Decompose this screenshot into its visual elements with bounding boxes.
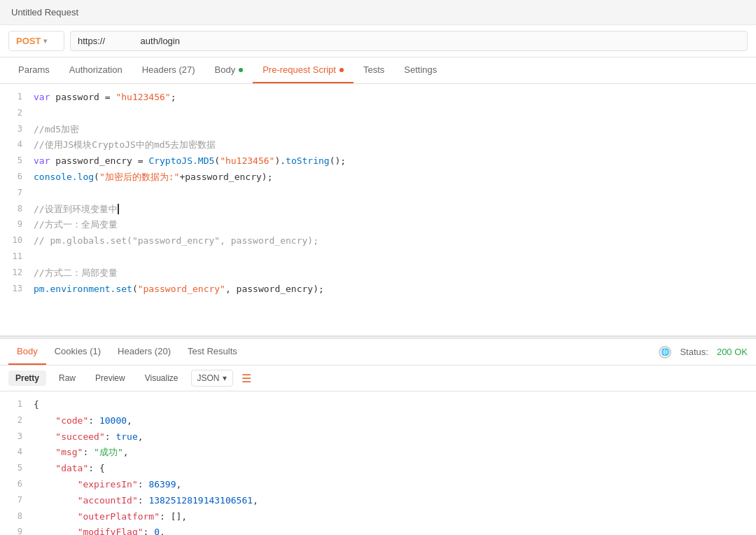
tab-tests-label: Tests bbox=[363, 64, 384, 75]
response-section: Body Cookies (1) Headers (20) Test Resul… bbox=[0, 339, 756, 535]
code-line-4: 4 //使用JS模块CryptoJS中的md5去加密数据 bbox=[0, 137, 756, 153]
json-line-num-2: 2 bbox=[0, 414, 34, 427]
json-line-1: 1 { bbox=[0, 397, 756, 413]
json-line-num-8: 8 bbox=[0, 510, 34, 523]
line-content-12: //方式二：局部变量 bbox=[34, 266, 756, 281]
tab-pre-request-script[interactable]: Pre-request Script bbox=[253, 57, 354, 83]
line-content-9: //方式一：全局变量 bbox=[34, 218, 756, 232]
url-input[interactable] bbox=[70, 31, 748, 51]
line-content-2 bbox=[34, 106, 756, 121]
json-line-5: 5 "data": { bbox=[0, 461, 756, 477]
line-content-5: var password_encry = CryptoJS.MD5("hu123… bbox=[34, 154, 756, 169]
line-content-6: console.log("加密后的数据为:"+password_encry); bbox=[34, 170, 756, 185]
tab-headers-label: Headers (27) bbox=[142, 64, 195, 75]
code-line-1: 1 var password = "hu123456"; bbox=[0, 90, 756, 106]
code-line-8: 8 //设置到环境变量中 bbox=[0, 202, 756, 218]
response-tab-body-label: Body bbox=[17, 346, 38, 356]
code-line-5: 5 var password_encry = CryptoJS.MD5("hu1… bbox=[0, 153, 756, 169]
code-line-9: 9 //方式一：全局变量 bbox=[0, 217, 756, 233]
json-line-content-3: "succeed": true, bbox=[34, 430, 756, 445]
line-content-11 bbox=[34, 250, 756, 265]
format-btn-raw[interactable]: Raw bbox=[52, 370, 83, 386]
format-btn-preview[interactable]: Preview bbox=[88, 370, 132, 386]
pre-request-code-panel[interactable]: 1 var password = "hu123456"; 2 3 //md5加密… bbox=[0, 84, 756, 336]
json-line-6: 6 "expiresIn": 86399, bbox=[0, 477, 756, 493]
tab-params[interactable]: Params bbox=[8, 57, 59, 83]
line-number-1: 1 bbox=[0, 90, 34, 104]
json-line-num-4: 4 bbox=[0, 445, 34, 459]
format-btn-visualize[interactable]: Visualize bbox=[138, 370, 186, 386]
response-tab-headers[interactable]: Headers (20) bbox=[109, 339, 179, 365]
code-line-10: 10 // pm.globals.set("password_encry", p… bbox=[0, 233, 756, 249]
tab-tests[interactable]: Tests bbox=[354, 57, 394, 83]
json-line-num-9: 9 bbox=[0, 525, 34, 535]
pre-request-dot-icon bbox=[340, 68, 344, 72]
json-format-label: JSON bbox=[197, 373, 220, 383]
status-label: Status: bbox=[680, 347, 708, 357]
json-line-num-1: 1 bbox=[0, 398, 34, 411]
response-json-panel[interactable]: 1 { 2 "code": 10000, 3 "succeed": true, … bbox=[0, 391, 756, 535]
json-line-content-7: "accountId": 1382512819143106561, bbox=[34, 494, 756, 508]
tab-authorization[interactable]: Authorization bbox=[59, 57, 132, 83]
json-line-2: 2 "code": 10000, bbox=[0, 413, 756, 429]
code-line-11: 11 bbox=[0, 249, 756, 265]
line-number-6: 6 bbox=[0, 170, 34, 183]
format-bar: Pretty Raw Preview Visualize JSON ▾ ☰ bbox=[0, 366, 756, 391]
json-line-content-4: "msg": "成功", bbox=[34, 445, 756, 460]
line-content-7 bbox=[34, 186, 756, 201]
line-content-8: //设置到环境变量中 bbox=[34, 202, 756, 217]
line-number-12: 12 bbox=[0, 266, 34, 279]
json-line-num-6: 6 bbox=[0, 478, 34, 491]
method-label: POST bbox=[16, 36, 41, 46]
line-number-3: 3 bbox=[0, 123, 34, 136]
response-tab-headers-label: Headers (20) bbox=[118, 346, 171, 356]
line-content-10: // pm.globals.set("password_encry", pass… bbox=[34, 234, 756, 249]
line-number-5: 5 bbox=[0, 154, 34, 167]
json-line-num-3: 3 bbox=[0, 430, 34, 443]
method-select[interactable]: POST ▾ bbox=[8, 31, 64, 51]
dropdown-chevron-icon: ▾ bbox=[223, 373, 227, 383]
tab-body[interactable]: Body bbox=[205, 57, 253, 83]
line-number-7: 7 bbox=[0, 186, 34, 200]
format-btn-pretty[interactable]: Pretty bbox=[8, 370, 46, 386]
line-content-1: var password = "hu123456"; bbox=[34, 90, 756, 105]
line-content-3: //md5加密 bbox=[34, 123, 756, 137]
json-line-content-2: "code": 10000, bbox=[34, 414, 756, 429]
url-bar: POST ▾ bbox=[0, 25, 756, 57]
json-line-4: 4 "msg": "成功", bbox=[0, 445, 756, 461]
json-line-9: 9 "modifyFlag": 0, bbox=[0, 524, 756, 535]
json-line-8: 8 "outerPlatform": [], bbox=[0, 509, 756, 525]
wrap-icon[interactable]: ☰ bbox=[241, 372, 251, 385]
line-number-8: 8 bbox=[0, 202, 34, 216]
json-line-num-7: 7 bbox=[0, 494, 34, 507]
request-tabs-bar: Params Authorization Headers (27) Body P… bbox=[0, 57, 756, 84]
title-bar: Untitled Request bbox=[0, 0, 756, 25]
tab-headers[interactable]: Headers (27) bbox=[132, 57, 205, 83]
json-line-content-6: "expiresIn": 86399, bbox=[34, 478, 756, 492]
tab-settings[interactable]: Settings bbox=[394, 57, 447, 83]
line-number-4: 4 bbox=[0, 138, 34, 151]
app-container: Untitled Request POST ▾ Params Authoriza… bbox=[0, 0, 756, 535]
response-tab-body[interactable]: Body bbox=[8, 339, 46, 365]
globe-icon: 🌐 bbox=[659, 346, 671, 359]
page-title: Untitled Request bbox=[11, 7, 78, 18]
line-number-11: 11 bbox=[0, 250, 34, 263]
line-content-13: pm.environment.set("password_encry", pas… bbox=[34, 282, 756, 297]
code-line-2: 2 bbox=[0, 106, 756, 122]
json-line-content-5: "data": { bbox=[34, 461, 756, 476]
json-line-3: 3 "succeed": true, bbox=[0, 429, 756, 445]
json-line-content-1: { bbox=[34, 398, 756, 412]
response-tab-cookies[interactable]: Cookies (1) bbox=[46, 339, 109, 365]
line-content-4: //使用JS模块CryptoJS中的md5去加密数据 bbox=[34, 138, 756, 153]
response-tab-test-results[interactable]: Test Results bbox=[179, 339, 246, 365]
top-section: POST ▾ Params Authorization Headers (27)… bbox=[0, 25, 756, 336]
chevron-down-icon: ▾ bbox=[43, 37, 47, 45]
response-status-area: 🌐 Status: 200 OK bbox=[659, 346, 748, 359]
response-tabs-bar: Body Cookies (1) Headers (20) Test Resul… bbox=[0, 339, 756, 366]
body-dot-icon bbox=[239, 68, 243, 72]
code-line-3: 3 //md5加密 bbox=[0, 122, 756, 138]
tab-params-label: Params bbox=[18, 64, 50, 75]
json-format-dropdown[interactable]: JSON ▾ bbox=[191, 370, 233, 387]
line-number-13: 13 bbox=[0, 282, 34, 296]
tab-pre-request-script-label: Pre-request Script bbox=[262, 64, 336, 75]
